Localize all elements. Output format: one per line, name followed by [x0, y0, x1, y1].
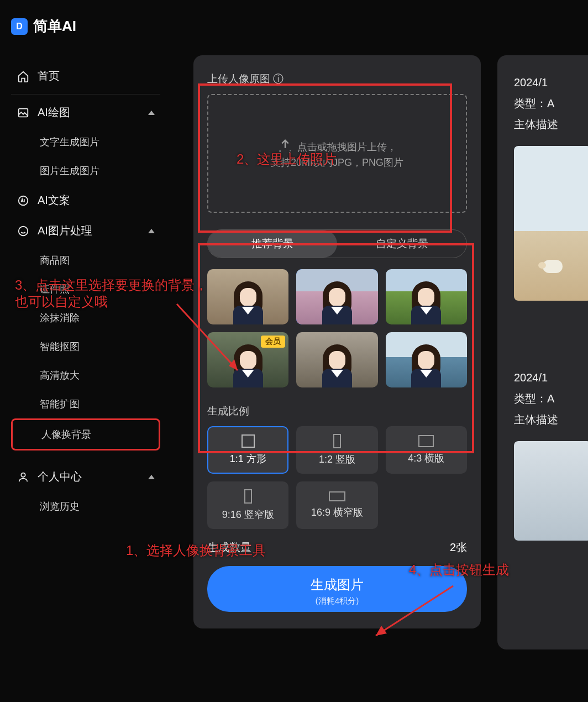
- bg-card-grassland[interactable]: 高山草原: [386, 269, 467, 324]
- nav-img-proc[interactable]: AI图片处理: [11, 216, 160, 246]
- generate-button[interactable]: 生成图片 (消耗4积分): [207, 566, 467, 612]
- result-panel: 2024/1 类型：A 主体描述 2024/1 类型：A 主体描述: [497, 55, 588, 649]
- nav-erase[interactable]: 涂抹消除: [11, 303, 160, 332]
- bg-card-street[interactable]: 法式街拍: [296, 332, 377, 387]
- generate-label: 生成图片: [311, 576, 364, 594]
- result-subj: 主体描述: [514, 114, 588, 135]
- nav-copy[interactable]: AI文案: [11, 185, 160, 216]
- nav-copy-label: AI文案: [38, 193, 70, 208]
- nav-cutout[interactable]: 智能抠图: [11, 332, 160, 361]
- svg-point-3: [21, 473, 25, 476]
- upload-title: 上传人像原图 ⓘ: [207, 72, 467, 86]
- bg-card-home[interactable]: 温馨家居: [207, 269, 288, 324]
- generate-sub: (消耗4积分): [316, 596, 359, 606]
- upload-line1: 点击或拖拽图片上传，: [297, 140, 397, 154]
- ratio-1-2[interactable]: 1:2 竖版: [296, 426, 377, 474]
- result-type: 类型：A: [514, 93, 588, 114]
- result-image[interactable]: [514, 146, 588, 301]
- nav-swapbg[interactable]: 人像换背景: [11, 418, 160, 450]
- bg-card-courtyard[interactable]: 会员 中式庭院: [207, 332, 288, 387]
- nav-img-proc-label: AI图片处理: [38, 223, 92, 238]
- upload-line2: 支持20MI以内JPG，PNG图片: [271, 156, 403, 169]
- home-icon: [17, 70, 30, 83]
- chevron-up-icon: [148, 111, 155, 115]
- upload-dropzone[interactable]: 点击或拖拽图片上传， 支持20MI以内JPG，PNG图片: [207, 94, 467, 213]
- svg-point-2: [19, 226, 28, 235]
- smile-icon: [17, 224, 30, 238]
- tab-custom[interactable]: 自定义背景: [337, 230, 466, 258]
- count-value: 2张: [450, 540, 467, 555]
- nav-me[interactable]: 个人中心: [11, 462, 160, 492]
- sidebar: D 简单AI 首页 AI绘图 文字生成图片 图片生成图片 AI文案: [0, 0, 171, 702]
- ratio-4-3[interactable]: 4:3 横版: [386, 426, 467, 474]
- result-subj2: 主体描述: [514, 409, 588, 430]
- ratio-label: 9:16 竖窄版: [222, 508, 274, 521]
- tab-recommend[interactable]: 推荐背景: [208, 230, 337, 258]
- ratio-label: 4:3 横版: [408, 452, 444, 465]
- nav-expand[interactable]: 智能扩图: [11, 390, 160, 418]
- result-date2: 2024/1: [514, 367, 588, 388]
- nav-img2img[interactable]: 图片生成图片: [11, 156, 160, 185]
- app-name: 简单AI: [33, 17, 76, 36]
- bg-card-beach[interactable]: 海边度假: [386, 332, 467, 387]
- nav-product[interactable]: 商品图: [11, 246, 160, 275]
- result-image2[interactable]: [514, 441, 588, 541]
- nav-idphoto[interactable]: 证件照: [11, 275, 160, 303]
- ratio-label: 1:1 方形: [230, 452, 266, 465]
- count-row: 生成数量 2张: [207, 540, 467, 555]
- ratio-1-1[interactable]: 1:1 方形: [207, 426, 288, 474]
- app-logo: D 简单AI: [11, 17, 160, 36]
- image-icon: [17, 106, 30, 119]
- user-icon: [17, 470, 30, 484]
- ratio-title: 生成比例: [207, 404, 467, 418]
- ratio-grid: 1:1 方形 1:2 竖版 4:3 横版 9:16 竖窄版 16:9 横窄版: [207, 426, 467, 529]
- result-type2: 类型：A: [514, 388, 588, 409]
- nav-home-label: 首页: [38, 69, 60, 83]
- nav-text2img[interactable]: 文字生成图片: [11, 128, 160, 156]
- bg-tabs: 推荐背景 自定义背景: [207, 229, 467, 258]
- ratio-label: 16:9 横窄版: [311, 506, 363, 519]
- ratio-label: 1:2 竖版: [319, 453, 355, 466]
- count-label: 生成数量: [207, 540, 251, 555]
- ratio-9-16[interactable]: 9:16 竖窄版: [207, 481, 288, 529]
- chevron-up-icon: [148, 475, 155, 479]
- vip-badge: 会员: [261, 336, 285, 348]
- ratio-16-9[interactable]: 16:9 横窄版: [296, 481, 377, 529]
- nav-me-label: 个人中心: [38, 469, 82, 484]
- bg-grid: 温馨家居 梦幻花海 高山草原 会员 中式庭院 法式街拍 海边度假: [207, 269, 467, 387]
- main-panel: 上传人像原图 ⓘ 点击或拖拽图片上传， 支持20MI以内JPG，PNG图片 推荐…: [193, 55, 481, 628]
- result-date: 2024/1: [514, 72, 588, 93]
- nav-draw-label: AI绘图: [38, 105, 70, 120]
- logo-icon: D: [11, 18, 28, 35]
- ai-icon: [17, 194, 30, 207]
- nav-draw[interactable]: AI绘图: [11, 97, 160, 128]
- nav-home[interactable]: 首页: [11, 61, 160, 91]
- chevron-up-icon: [148, 229, 155, 233]
- nav-upscale[interactable]: 高清放大: [11, 361, 160, 390]
- bg-card-flowers[interactable]: 梦幻花海: [296, 269, 377, 324]
- upload-icon: [277, 138, 293, 156]
- nav-history[interactable]: 浏览历史: [11, 492, 160, 521]
